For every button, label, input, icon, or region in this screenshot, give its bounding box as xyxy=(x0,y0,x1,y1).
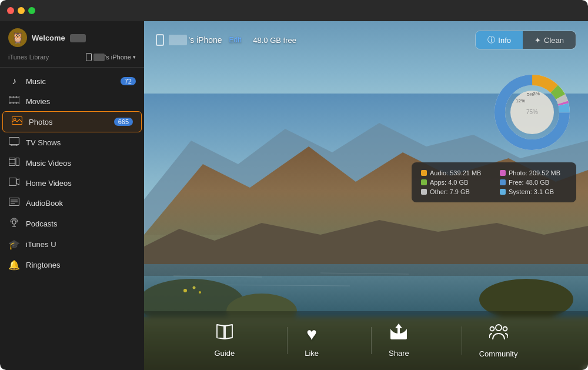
legend-row-3: Other: 7.9 GB System: 3.1 GB xyxy=(421,188,567,195)
iphone-selector[interactable]: 's iPhone ▾ xyxy=(86,53,136,61)
share-label: Share xyxy=(389,349,409,358)
sidebar: 🦉 Welcome iTunes Library 's iPhone ▾ xyxy=(0,21,144,370)
clean-icon: ✦ xyxy=(534,36,541,45)
share-icon xyxy=(389,324,408,344)
legend-box: Audio: 539.21 MB Photo: 209.52 MB Apps: … xyxy=(412,162,576,202)
legend-photo: Photo: 209.52 MB xyxy=(500,169,567,176)
like-label: Like xyxy=(305,349,319,358)
action-guide[interactable]: Guide xyxy=(196,324,252,358)
community-icon xyxy=(489,323,508,345)
sidebar-item-itunes-u[interactable]: 🎓 iTunes U xyxy=(0,234,144,255)
svg-rect-7 xyxy=(14,102,14,105)
clean-button[interactable]: ✦ Clean xyxy=(523,31,576,49)
svg-rect-11 xyxy=(9,138,19,145)
podcasts-label: Podcasts xyxy=(26,219,136,228)
iphone-label: 's iPhone xyxy=(93,54,131,61)
user-info: 🦉 Welcome xyxy=(8,28,136,47)
close-button[interactable] xyxy=(7,7,14,14)
sidebar-item-audiobook[interactable]: AudioBook xyxy=(0,193,144,213)
sidebar-item-home-videos[interactable]: Home Videos xyxy=(0,173,144,193)
tv-shows-label: TV Shows xyxy=(26,138,136,147)
sidebar-item-music[interactable]: ♪ Music 72 xyxy=(0,71,144,91)
chart-pct-other: 3% xyxy=(533,91,540,96)
info-label: Info xyxy=(498,36,511,45)
music-videos-icon xyxy=(8,158,20,168)
svg-rect-6 xyxy=(11,102,11,105)
titlebar xyxy=(0,0,588,21)
device-info: 's iPhone Edit xyxy=(156,34,241,46)
bottom-actions: Guide ♥ Like Share xyxy=(144,311,588,370)
sidebar-item-podcasts[interactable]: Podcasts xyxy=(0,213,144,234)
sidebar-item-ringtones[interactable]: 🔔 Ringtones xyxy=(0,255,144,275)
svg-rect-19 xyxy=(9,178,16,186)
svg-rect-8 xyxy=(16,102,17,105)
clean-label: Clean xyxy=(544,36,564,45)
app-window: 🦉 Welcome iTunes Library 's iPhone ▾ xyxy=(0,0,588,370)
guide-icon xyxy=(216,324,233,344)
sidebar-item-tv-shows[interactable]: TV Shows xyxy=(0,132,144,153)
nav-items: ♪ Music 72 xyxy=(0,68,144,370)
svg-rect-4 xyxy=(14,96,14,98)
svg-point-45 xyxy=(490,327,494,331)
svg-point-39 xyxy=(183,289,187,292)
legend-apps: Apps: 4.0 GB xyxy=(421,179,488,186)
legend-audio: Audio: 539.21 MB xyxy=(421,169,488,176)
svg-rect-16 xyxy=(16,158,19,166)
library-row: iTunes Library 's iPhone ▾ xyxy=(8,53,136,61)
action-like[interactable]: ♥ Like xyxy=(287,324,336,358)
legend-text-other: Other: 7.9 GB xyxy=(430,188,470,195)
itunes-u-label: iTunes U xyxy=(26,240,136,249)
svg-marker-20 xyxy=(16,179,19,185)
ringtones-icon: 🔔 xyxy=(8,259,20,271)
legend-dot-other xyxy=(421,189,427,195)
movies-label: Movies xyxy=(26,97,136,106)
tv-icon xyxy=(8,137,20,148)
storage-label: 48.0 GB free xyxy=(253,36,296,45)
sidebar-item-music-videos[interactable]: Music Videos xyxy=(0,153,144,173)
chevron-down-icon: ▾ xyxy=(133,54,136,60)
action-community[interactable]: Community xyxy=(462,323,536,358)
home-videos-icon xyxy=(8,178,20,188)
svg-point-25 xyxy=(12,221,16,224)
svg-rect-3 xyxy=(11,96,11,98)
legend-system: System: 3.1 GB xyxy=(500,188,567,195)
photos-label: Photos xyxy=(29,118,108,126)
info-icon: ⓘ xyxy=(487,35,495,45)
legend-text-audio: Audio: 539.21 MB xyxy=(430,169,481,176)
like-icon: ♥ xyxy=(306,324,317,344)
sidebar-item-photos[interactable]: Photos 665 xyxy=(2,111,142,132)
sidebar-item-movies[interactable]: Movies xyxy=(0,91,144,111)
minimize-button[interactable] xyxy=(18,7,25,14)
legend-dot-system xyxy=(500,189,506,195)
legend-text-free: Free: 48.0 GB xyxy=(509,179,549,186)
legend-other: Other: 7.9 GB xyxy=(421,188,488,195)
traffic-lights xyxy=(7,7,35,14)
legend-dot-apps xyxy=(421,179,427,185)
action-share[interactable]: Share xyxy=(371,324,427,358)
username-label: Welcome xyxy=(32,34,65,42)
device-name-blur xyxy=(169,35,187,45)
device-name: 's iPhone xyxy=(169,35,222,45)
audiobook-icon xyxy=(8,198,20,208)
legend-dot-photo xyxy=(500,170,506,176)
legend-dot-free xyxy=(500,179,506,185)
svg-rect-5 xyxy=(16,96,17,98)
svg-point-46 xyxy=(503,327,507,331)
maximize-button[interactable] xyxy=(28,7,35,14)
home-videos-label: Home Videos xyxy=(26,179,136,188)
username-blur xyxy=(70,34,85,42)
main-layout: 🦉 Welcome iTunes Library 's iPhone ▾ xyxy=(0,21,588,370)
legend-row-1: Audio: 539.21 MB Photo: 209.52 MB xyxy=(421,169,567,176)
music-label: Music xyxy=(26,77,115,86)
photos-icon xyxy=(11,116,23,127)
legend-text-photo: Photo: 209.52 MB xyxy=(509,169,560,176)
music-videos-label: Music Videos xyxy=(26,159,136,168)
edit-link[interactable]: Edit xyxy=(229,36,242,44)
svg-point-40 xyxy=(193,286,196,289)
content-area: 's iPhone Edit 48.0 GB free ⓘ Info ✦ Cle… xyxy=(144,21,588,370)
info-button[interactable]: ⓘ Info xyxy=(476,31,523,49)
podcasts-icon xyxy=(8,218,20,229)
device-phone-icon xyxy=(156,34,164,46)
svg-point-44 xyxy=(496,325,502,331)
legend-row-2: Apps: 4.0 GB Free: 48.0 GB xyxy=(421,179,567,186)
